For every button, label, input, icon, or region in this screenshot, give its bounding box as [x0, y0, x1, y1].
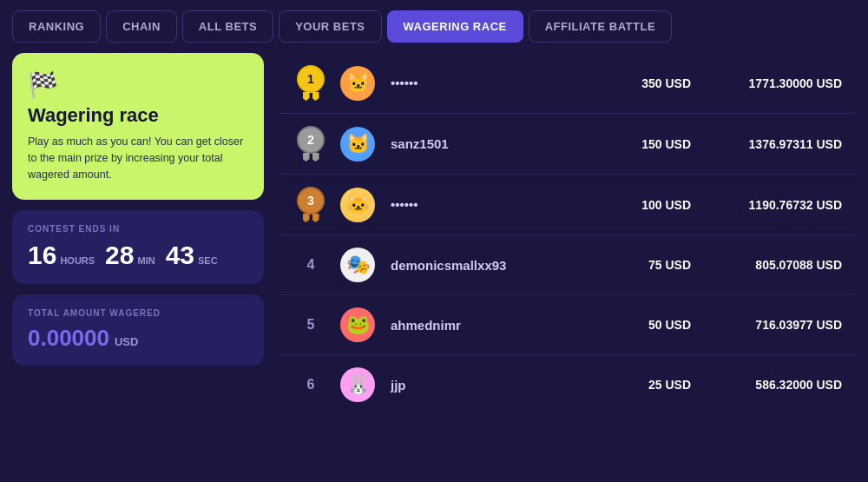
prize: 50 USD — [604, 318, 691, 332]
rank-cell: 6 — [293, 377, 328, 393]
username: sanz1501 — [391, 136, 592, 151]
username: jjp — [391, 378, 592, 393]
username: •••••• — [391, 76, 592, 90]
wagered-amount: 1190.76732 USD — [703, 198, 842, 212]
rank-cell: 2 — [293, 126, 328, 162]
rank-badge: 3 — [297, 187, 325, 215]
username: ahmednimr — [391, 318, 592, 333]
tab-your-bets[interactable]: YOUR BETS — [279, 10, 381, 43]
rank-cell: 4 — [293, 257, 328, 273]
avatar: 🎭 — [340, 248, 375, 282]
avatar-cell: 🐸 — [340, 307, 378, 342]
wagering-description: Play as much as you can! You can get clo… — [28, 134, 248, 182]
flag-icon: 🏁 — [28, 70, 248, 99]
avatar-cell: 🐱 — [340, 188, 378, 222]
left-panel: 🏁 Wagering race Play as much as you can!… — [12, 53, 264, 469]
avatar-cell: 🎭 — [340, 248, 378, 282]
tab-affiliate-battle[interactable]: AFFILIATE BATTLE — [529, 10, 672, 43]
table-row: 3 🐱 •••••• 100 USD 1190.76732 USD — [279, 175, 856, 235]
medal-1: 1 — [297, 65, 325, 101]
seconds-unit: SEC — [198, 255, 218, 266]
avatar: 🐱 — [340, 127, 375, 162]
medal-3: 3 — [297, 187, 325, 222]
tab-all-bets[interactable]: ALL BETS — [182, 10, 273, 43]
tab-wagering-race[interactable]: WAGERING RACE — [387, 10, 523, 43]
username: •••••• — [391, 197, 592, 212]
rank-badge: 2 — [297, 126, 325, 154]
prize: 350 USD — [604, 76, 691, 90]
leaderboard: 1 🐱 •••••• 350 USD 1771.30000 USD 2 🐱 — [279, 53, 856, 469]
wagered-amount: 1771.30000 USD — [703, 76, 842, 90]
avatar-cell: 🐱 — [340, 127, 378, 162]
avatar-cell: 🐰 — [340, 367, 378, 402]
seconds-value: 43 — [166, 241, 194, 270]
prize: 150 USD — [604, 137, 691, 151]
contest-label: CONTEST ENDS IN — [28, 224, 248, 234]
table-row: 4 🎭 demonicsmallxx93 75 USD 805.07088 US… — [279, 235, 856, 295]
rank-number: 4 — [307, 257, 315, 273]
main-content: 🏁 Wagering race Play as much as you can!… — [0, 53, 868, 481]
prize: 100 USD — [604, 198, 691, 212]
prize: 75 USD — [604, 258, 691, 272]
wagering-title: Wagering race — [28, 104, 248, 127]
wagered-label: TOTAL AMOUNT WAGERED — [28, 308, 248, 318]
table-row: 5 🐸 ahmednimr 50 USD 716.03977 USD — [279, 295, 856, 355]
rank-cell: 3 — [293, 187, 328, 222]
rank-cell: 5 — [293, 317, 328, 333]
table-row: 6 🐰 jjp 25 USD 586.32000 USD — [279, 355, 856, 414]
avatar: 🐰 — [340, 367, 375, 402]
minutes-unit: MIN — [137, 255, 155, 266]
rank-number: 5 — [307, 317, 315, 333]
wagered-amount: 586.32000 USD — [703, 378, 842, 392]
wagered-amount: 1376.97311 USD — [703, 137, 842, 151]
wagered-amount: 805.07088 USD — [703, 258, 842, 272]
wagered-amount: 716.03977 USD — [703, 318, 842, 332]
username: demonicsmallxx93 — [391, 258, 592, 273]
timer-row: 16 HOURS 28 MIN 43 SEC — [28, 241, 248, 270]
total-wagered-card: TOTAL AMOUNT WAGERED 0.00000 USD — [12, 294, 264, 366]
prize: 25 USD — [604, 378, 691, 392]
wagered-currency: USD — [115, 335, 138, 348]
tab-chain[interactable]: CHAIN — [106, 10, 177, 43]
table-row: 1 🐱 •••••• 350 USD 1771.30000 USD — [279, 53, 856, 114]
medal-2: 2 — [297, 126, 325, 162]
avatar: 🐸 — [340, 307, 375, 342]
wagered-number: 0.00000 — [28, 325, 109, 352]
avatar-cell: 🐱 — [340, 66, 378, 101]
contest-countdown-card: CONTEST ENDS IN 16 HOURS 28 MIN 43 SEC — [12, 210, 264, 284]
avatar: 🐱 — [340, 66, 375, 101]
navigation: RANKING CHAIN ALL BETS YOUR BETS WAGERIN… — [0, 0, 868, 53]
table-row: 2 🐱 sanz1501 150 USD 1376.97311 USD — [279, 114, 856, 175]
tab-ranking[interactable]: RANKING — [12, 10, 101, 43]
hours-value: 16 — [28, 241, 56, 270]
wagered-amount: 0.00000 USD — [28, 325, 248, 352]
wagering-info-card: 🏁 Wagering race Play as much as you can!… — [12, 53, 264, 200]
minutes-value: 28 — [105, 241, 134, 270]
avatar: 🐱 — [340, 188, 375, 222]
rank-number: 6 — [307, 377, 315, 393]
rank-cell: 1 — [293, 65, 328, 101]
hours-unit: HOURS — [60, 255, 95, 266]
rank-badge: 1 — [297, 65, 325, 93]
